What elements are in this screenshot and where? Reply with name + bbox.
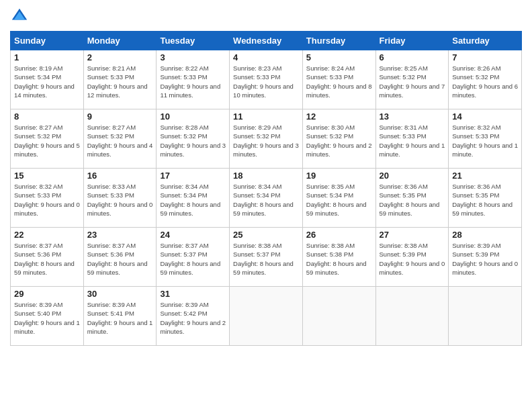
day-number: 13: [380, 111, 445, 122]
day-number: 5: [306, 52, 372, 62]
weekday-header: Sunday: [11, 32, 84, 50]
day-number: 15: [14, 171, 80, 181]
day-number: 21: [452, 171, 518, 181]
day-number: 25: [233, 230, 299, 240]
day-info: Sunrise: 8:19 AMSunset: 5:34 PMDaylight:…: [14, 64, 80, 99]
calendar-cell: 12Sunrise: 8:30 AMSunset: 5:32 PMDayligh…: [302, 109, 375, 169]
day-number: 16: [87, 171, 153, 181]
calendar-cell: 8Sunrise: 8:27 AMSunset: 5:32 PMDaylight…: [11, 109, 84, 169]
weekday-header: Saturday: [449, 32, 522, 50]
day-info: Sunrise: 8:35 AMSunset: 5:34 PMDaylight:…: [306, 182, 372, 218]
day-info: Sunrise: 8:23 AMSunset: 5:33 PMDaylight:…: [233, 64, 299, 99]
calendar-cell: 29Sunrise: 8:39 AMSunset: 5:40 PMDayligh…: [11, 287, 84, 346]
day-number: 20: [380, 171, 445, 181]
calendar-cell: 26Sunrise: 8:38 AMSunset: 5:38 PMDayligh…: [302, 228, 375, 287]
day-number: 6: [380, 52, 445, 62]
calendar-cell: 7Sunrise: 8:26 AMSunset: 5:32 PMDaylight…: [449, 50, 522, 109]
header: [10, 7, 522, 26]
day-number: 30: [87, 289, 153, 299]
day-info: Sunrise: 8:39 AMSunset: 5:39 PMDaylight:…: [452, 241, 518, 277]
calendar-cell: 21Sunrise: 8:36 AMSunset: 5:35 PMDayligh…: [449, 169, 522, 228]
day-info: Sunrise: 8:25 AMSunset: 5:32 PMDaylight:…: [380, 64, 445, 99]
day-number: 18: [233, 171, 299, 181]
calendar-cell: [449, 287, 522, 346]
day-number: 28: [452, 230, 518, 240]
calendar-cell: 27Sunrise: 8:38 AMSunset: 5:39 PMDayligh…: [375, 228, 449, 287]
day-info: Sunrise: 8:37 AMSunset: 5:36 PMDaylight:…: [87, 241, 153, 277]
weekday-header: Tuesday: [157, 32, 230, 50]
calendar-cell: 17Sunrise: 8:34 AMSunset: 5:34 PMDayligh…: [157, 169, 230, 228]
calendar-cell: 19Sunrise: 8:35 AMSunset: 5:34 PMDayligh…: [302, 169, 375, 228]
day-info: Sunrise: 8:33 AMSunset: 5:33 PMDaylight:…: [87, 182, 153, 218]
weekday-header: Thursday: [302, 32, 375, 50]
calendar-cell: 4Sunrise: 8:23 AMSunset: 5:33 PMDaylight…: [230, 50, 303, 109]
calendar-cell: 30Sunrise: 8:39 AMSunset: 5:41 PMDayligh…: [83, 287, 157, 346]
day-number: 1: [14, 52, 80, 62]
day-info: Sunrise: 8:32 AMSunset: 5:33 PMDaylight:…: [14, 182, 80, 218]
day-info: Sunrise: 8:26 AMSunset: 5:32 PMDaylight:…: [452, 64, 518, 99]
day-info: Sunrise: 8:27 AMSunset: 5:32 PMDaylight:…: [14, 123, 80, 158]
weekday-header: Friday: [375, 32, 449, 50]
calendar-cell: 14Sunrise: 8:32 AMSunset: 5:33 PMDayligh…: [449, 109, 522, 169]
calendar-cell: 25Sunrise: 8:38 AMSunset: 5:37 PMDayligh…: [230, 228, 303, 287]
calendar-cell: 24Sunrise: 8:37 AMSunset: 5:37 PMDayligh…: [157, 228, 230, 287]
page: SundayMondayTuesdayWednesdayThursdayFrid…: [0, 0, 532, 411]
day-info: Sunrise: 8:27 AMSunset: 5:32 PMDaylight:…: [87, 123, 153, 158]
day-number: 23: [87, 230, 153, 240]
calendar-cell: 2Sunrise: 8:21 AMSunset: 5:33 PMDaylight…: [83, 50, 157, 109]
calendar-cell: 31Sunrise: 8:39 AMSunset: 5:42 PMDayligh…: [157, 287, 230, 346]
calendar-cell: 11Sunrise: 8:29 AMSunset: 5:32 PMDayligh…: [230, 109, 303, 169]
day-number: 22: [14, 230, 80, 240]
calendar-cell: 18Sunrise: 8:34 AMSunset: 5:34 PMDayligh…: [230, 169, 303, 228]
calendar-cell: [302, 287, 375, 346]
day-info: Sunrise: 8:38 AMSunset: 5:37 PMDaylight:…: [233, 241, 299, 277]
day-number: 19: [306, 171, 372, 181]
day-number: 8: [14, 111, 80, 122]
calendar-cell: 23Sunrise: 8:37 AMSunset: 5:36 PMDayligh…: [83, 228, 157, 287]
day-info: Sunrise: 8:36 AMSunset: 5:35 PMDaylight:…: [452, 182, 518, 218]
day-number: 27: [380, 230, 445, 240]
day-number: 2: [87, 52, 153, 62]
calendar-table: SundayMondayTuesdayWednesdayThursdayFrid…: [10, 31, 522, 346]
day-number: 3: [160, 52, 226, 62]
calendar-cell: 10Sunrise: 8:28 AMSunset: 5:32 PMDayligh…: [157, 109, 230, 169]
calendar-cell: 13Sunrise: 8:31 AMSunset: 5:33 PMDayligh…: [375, 109, 449, 169]
day-number: 4: [233, 52, 299, 62]
day-info: Sunrise: 8:31 AMSunset: 5:33 PMDaylight:…: [380, 123, 445, 158]
calendar-cell: 3Sunrise: 8:22 AMSunset: 5:33 PMDaylight…: [157, 50, 230, 109]
day-number: 17: [160, 171, 226, 181]
calendar-week-row: 22Sunrise: 8:37 AMSunset: 5:36 PMDayligh…: [11, 228, 522, 287]
calendar-cell: [375, 287, 449, 346]
day-info: Sunrise: 8:32 AMSunset: 5:33 PMDaylight:…: [452, 123, 518, 158]
day-number: 29: [14, 289, 80, 299]
calendar-cell: [230, 287, 303, 346]
calendar-cell: 20Sunrise: 8:36 AMSunset: 5:35 PMDayligh…: [375, 169, 449, 228]
day-info: Sunrise: 8:28 AMSunset: 5:32 PMDaylight:…: [160, 123, 226, 158]
calendar-cell: 9Sunrise: 8:27 AMSunset: 5:32 PMDaylight…: [83, 109, 157, 169]
day-number: 14: [452, 111, 518, 122]
weekday-header: Wednesday: [230, 32, 303, 50]
calendar-week-row: 1Sunrise: 8:19 AMSunset: 5:34 PMDaylight…: [11, 50, 522, 109]
calendar-week-row: 15Sunrise: 8:32 AMSunset: 5:33 PMDayligh…: [11, 169, 522, 228]
day-info: Sunrise: 8:39 AMSunset: 5:41 PMDaylight:…: [87, 300, 153, 336]
day-number: 31: [160, 289, 226, 299]
day-info: Sunrise: 8:38 AMSunset: 5:39 PMDaylight:…: [380, 241, 445, 277]
day-number: 9: [87, 111, 153, 122]
day-info: Sunrise: 8:22 AMSunset: 5:33 PMDaylight:…: [160, 64, 226, 99]
calendar-week-row: 8Sunrise: 8:27 AMSunset: 5:32 PMDaylight…: [11, 109, 522, 169]
day-number: 26: [306, 230, 372, 240]
day-info: Sunrise: 8:37 AMSunset: 5:37 PMDaylight:…: [160, 241, 226, 277]
day-info: Sunrise: 8:30 AMSunset: 5:32 PMDaylight:…: [306, 123, 372, 158]
day-number: 7: [452, 52, 518, 62]
day-number: 12: [306, 111, 372, 122]
day-info: Sunrise: 8:39 AMSunset: 5:42 PMDaylight:…: [160, 300, 226, 336]
calendar-cell: 1Sunrise: 8:19 AMSunset: 5:34 PMDaylight…: [11, 50, 84, 109]
calendar-cell: 22Sunrise: 8:37 AMSunset: 5:36 PMDayligh…: [11, 228, 84, 287]
day-info: Sunrise: 8:36 AMSunset: 5:35 PMDaylight:…: [380, 182, 445, 218]
day-number: 24: [160, 230, 226, 240]
day-info: Sunrise: 8:24 AMSunset: 5:33 PMDaylight:…: [306, 64, 372, 99]
calendar-cell: 15Sunrise: 8:32 AMSunset: 5:33 PMDayligh…: [11, 169, 84, 228]
day-number: 10: [160, 111, 226, 122]
day-info: Sunrise: 8:21 AMSunset: 5:33 PMDaylight:…: [87, 64, 153, 99]
calendar-cell: 28Sunrise: 8:39 AMSunset: 5:39 PMDayligh…: [449, 228, 522, 287]
